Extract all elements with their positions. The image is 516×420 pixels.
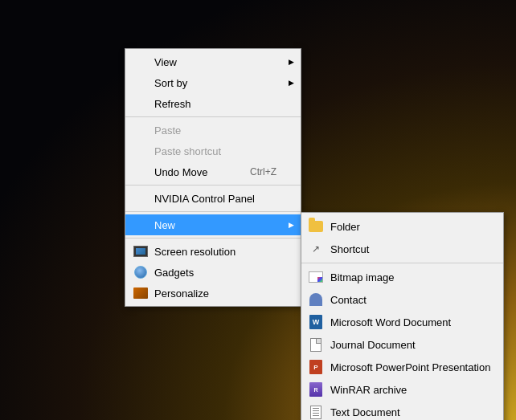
menu-item-new-label: New	[154, 219, 175, 231]
sub-menu-new: Folder ↗ Shortcut Bitmap image	[301, 212, 504, 420]
menu-item-new[interactable]: New ▶ Folder ↗ Shortcut	[125, 214, 301, 235]
view-icon	[133, 55, 148, 69]
context-menu: View ▶ Sort by ▶ Refresh Paste Paste sho…	[125, 48, 301, 307]
contact-label: Contact	[330, 294, 367, 306]
journal-item-icon	[308, 336, 324, 353]
menu-item-screen-resolution[interactable]: Screen resolution	[125, 241, 301, 262]
menu-item-refresh[interactable]: Refresh	[125, 93, 301, 114]
menu-item-paste-label: Paste	[154, 124, 181, 137]
new-icon	[133, 218, 148, 232]
bitmap-shape	[309, 271, 323, 283]
undo-icon	[133, 165, 148, 179]
menu-item-nvidia-label: NVIDIA Control Panel	[154, 193, 255, 205]
menu-item-view-label: View	[154, 56, 177, 68]
bitmap-label: Bitmap image	[330, 271, 394, 283]
contact-shape	[309, 293, 322, 306]
txt-item-icon	[308, 404, 324, 420]
journal-label: Journal Document	[330, 339, 416, 351]
sub-menu-journal[interactable]: Journal Document	[301, 333, 503, 356]
menu-item-paste-shortcut-label: Paste shortcut	[154, 145, 221, 157]
rar-shape: R	[309, 382, 322, 397]
menu-item-undo-label: Undo Move	[154, 166, 207, 178]
word-label: Microsoft Word Document	[330, 316, 451, 328]
paste-shortcut-icon	[133, 144, 148, 158]
menu-item-paste[interactable]: Paste	[125, 120, 301, 141]
sub-menu-shortcut[interactable]: ↗ Shortcut	[301, 238, 503, 260]
bitmap-item-icon	[308, 269, 324, 285]
gadgets-shape	[134, 266, 147, 279]
gadgets-menu-icon	[133, 265, 148, 279]
view-arrow: ▶	[289, 58, 294, 66]
sub-menu-folder[interactable]: Folder	[301, 215, 503, 238]
contact-item-icon	[308, 292, 324, 308]
sort-icon	[133, 75, 148, 90]
sub-menu-rar[interactable]: R WinRAR archive	[301, 378, 503, 401]
sub-menu-contact[interactable]: Contact	[301, 288, 503, 311]
menu-item-view[interactable]: View ▶	[125, 51, 301, 72]
txt-label: Text Document	[330, 406, 400, 418]
screen-shape	[133, 246, 148, 257]
screen-res-label: Screen resolution	[154, 246, 235, 258]
word-shape: W	[309, 315, 322, 329]
journal-shape	[310, 338, 321, 352]
ppt-item-icon: P	[308, 359, 324, 375]
menu-item-personalize[interactable]: Personalize	[125, 283, 301, 304]
nvidia-icon	[133, 191, 148, 206]
rar-label: WinRAR archive	[330, 384, 407, 396]
rar-item-icon: R	[308, 381, 324, 398]
sub-sep-1	[301, 263, 503, 263]
sort-arrow: ▶	[289, 79, 294, 87]
menu-item-sort-by[interactable]: Sort by ▶	[125, 72, 301, 93]
screen-res-icon	[133, 244, 148, 259]
folder-shape	[309, 221, 323, 232]
refresh-icon	[133, 96, 148, 111]
separator-4	[125, 238, 301, 239]
menu-item-undo-move[interactable]: Undo Move Ctrl+Z	[125, 161, 301, 182]
separator-2	[125, 185, 301, 186]
menu-item-refresh-label: Refresh	[154, 98, 191, 110]
shortcut-label: Shortcut	[330, 243, 369, 255]
sub-menu-word[interactable]: W Microsoft Word Document	[301, 311, 503, 333]
gadgets-label: Gadgets	[154, 267, 194, 279]
shortcut-shape: ↗	[309, 243, 322, 255]
sub-menu-bitmap[interactable]: Bitmap image	[301, 266, 503, 288]
ppt-label: Microsoft PowerPoint Presentation	[330, 361, 490, 373]
word-item-icon: W	[308, 314, 324, 330]
folder-label: Folder	[330, 221, 360, 233]
menu-item-gadgets[interactable]: Gadgets	[125, 262, 301, 283]
menu-item-sort-label: Sort by	[154, 77, 187, 89]
paste-icon	[133, 123, 148, 137]
new-arrow: ▶	[289, 221, 294, 229]
txt-shape	[310, 406, 321, 419]
separator-3	[125, 211, 301, 212]
personalize-shape	[133, 287, 148, 299]
menu-item-nvidia[interactable]: NVIDIA Control Panel	[125, 188, 301, 209]
menu-item-paste-shortcut[interactable]: Paste shortcut	[125, 141, 301, 161]
separator-1	[125, 116, 301, 117]
undo-shortcut: Ctrl+Z	[226, 166, 276, 177]
ppt-shape: P	[309, 360, 322, 374]
sub-menu-ppt[interactable]: P Microsoft PowerPoint Presentation	[301, 356, 503, 378]
sub-menu-text[interactable]: Text Document	[301, 401, 503, 420]
shortcut-item-icon: ↗	[308, 241, 324, 257]
folder-item-icon	[308, 218, 324, 234]
personalize-label: Personalize	[154, 287, 209, 300]
personalize-menu-icon	[133, 286, 148, 300]
